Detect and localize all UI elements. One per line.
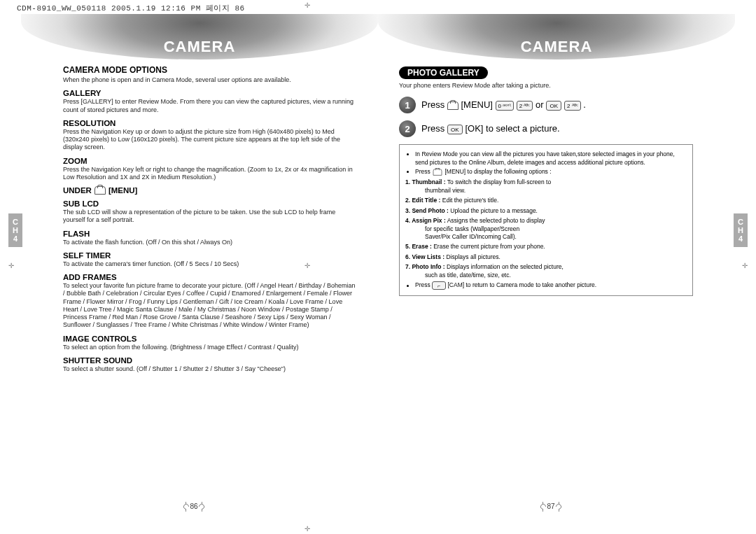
heading-addframes: ADD FRAMES (63, 273, 357, 281)
key-2-icon: 2 ᴬᴮᶜ (564, 101, 581, 111)
e4-text3: Saver/Pix Caller ID/Incoming Call). (405, 233, 687, 241)
resolution-text: Press the Navigation Key up or down to a… (63, 128, 357, 152)
option-2-edit-title: 2. Edit Title : Edit the picture's title… (405, 197, 687, 204)
section-camera-mode-options: CAMERA MODE OPTIONS (63, 65, 357, 75)
e1-label: 1. Thumbnail : (405, 178, 446, 185)
step1-or: or (536, 99, 546, 110)
step-2-text: Press OK [OK] to select a picture. (421, 123, 560, 134)
sublcd-text: The sub LCD will show a representation o… (63, 209, 357, 225)
e1-text: To switch the display from full-screen t… (446, 178, 552, 185)
heading-shuttersound: SHUTTER SOUND (63, 356, 357, 365)
selftimer-text: To activate the camera's timer function.… (63, 260, 357, 268)
chapter-tab-c: C (734, 218, 748, 226)
softkey-right-icon: ⌐ (432, 281, 446, 290)
key-ok-icon: OK (447, 125, 463, 134)
e5-label: 5. Erase : (405, 243, 432, 250)
e2-text: Edit the picture's title. (440, 197, 498, 204)
chapter-tab-c: C (8, 218, 22, 226)
option-1-thumbnail: 1. Thumbnail : To switch the display fro… (405, 178, 687, 195)
e1-text2: thumbnail view. (405, 187, 687, 195)
crop-mark-icon: ✛ (8, 262, 14, 269)
b3-post: [CAM] to return to Camera mode to take a… (447, 282, 596, 289)
box-return-cam: Press ⌐ [CAM] to return to Camera mode t… (415, 281, 687, 290)
softkey-icon (433, 169, 442, 176)
imagecontrols-text: To select an option from the following. … (63, 344, 357, 351)
step-number-icon: 2 (399, 120, 416, 137)
b2-pre: Press (415, 168, 432, 175)
chapter-tab-h: H (8, 226, 22, 234)
step-1: 1 Press [MENU] 0 ⁿᵉˣᵗ 2 ᴬᴮᶜ or OK 2 ᴬᴮᶜ … (399, 97, 693, 113)
b2-post: [MENU] to display the following options … (444, 168, 551, 175)
e6-label: 6. View Lists : (405, 253, 444, 260)
e7-text2: such as title, date/time, size, etc. (405, 272, 687, 279)
option-6-view-lists: 6. View Lists : Displays all pictures. (405, 253, 687, 261)
page-banner: CAMERA (378, 14, 735, 59)
gallery-intro: Your phone enters Review Mode after taki… (399, 82, 693, 90)
heading-selftimer: SELF TIMER (63, 251, 357, 260)
crop-mark-icon: ✛ (304, 1, 310, 9)
under-pre: UNDER (63, 186, 92, 195)
intro-text: When the phone is open and in Camera Mod… (63, 76, 357, 84)
heading-imagecontrols: IMAGE CONTROLS (63, 335, 357, 343)
e5-text: Erase the current picture from your phon… (432, 243, 545, 250)
option-5-erase: 5. Erase : Erase the current picture fro… (405, 243, 687, 251)
chapter-tab-h: H (734, 226, 748, 234)
softkey-icon (447, 101, 458, 110)
banner-title: CAMERA (378, 14, 735, 56)
option-7-photo-info: 7. Photo Info : Displays information on … (405, 263, 687, 279)
step1-menu: [MENU] (461, 99, 495, 110)
photo-gallery-badge: PHOTO GALLERY (399, 66, 488, 79)
option-3-send-photo: 3. Send Photo : Upload the picture to a … (405, 207, 687, 215)
step-2: 2 Press OK [OK] to select a picture. (399, 120, 693, 137)
softkey-icon (94, 186, 106, 195)
step-1-text: Press [MENU] 0 ⁿᵉˣᵗ 2 ᴬᴮᶜ or OK 2 ᴬᴮᶜ . (421, 99, 586, 111)
chapter-tab: C H 4 (8, 213, 22, 247)
e6-text: Displays all pictures. (444, 253, 500, 260)
box-menu-line: Press [MENU] to display the following op… (415, 168, 687, 176)
gallery-text: Press [GALLERY] to enter Review Mode. Fr… (63, 98, 357, 114)
heading-resolution: RESOLUTION (63, 119, 357, 127)
e4-label: 4. Assign Pix : (405, 217, 446, 224)
chapter-tab-num: 4 (8, 234, 22, 243)
step1-press: Press (421, 99, 447, 110)
step-number-icon: 1 (399, 97, 416, 113)
flash-text: To activate the flash function. (Off / O… (63, 239, 357, 246)
heading-zoom: ZOOM (63, 157, 357, 165)
e7-text: Displays information on the selected pic… (445, 263, 564, 270)
crop-mark-icon: ✛ (742, 262, 748, 269)
e7-label: 7. Photo Info : (405, 263, 445, 270)
page-left: CAMERA C H 4 CAMERA MODE OPTIONS When th… (21, 14, 378, 520)
heading-sublcd: SUB LCD (63, 199, 357, 208)
file-header-meta: CDM-8910_WW_050118 2005.1.19 12:16 PM 페이… (17, 3, 245, 13)
page-number-left: 86 (186, 502, 202, 512)
chapter-tab: C H 4 (734, 213, 748, 247)
e4-text2: for specific tasks (Wallpaper/Screen (405, 225, 687, 233)
zoom-text: Press the Navigation Key left or right t… (63, 166, 357, 182)
crop-mark-icon: ✛ (304, 525, 310, 533)
key-ok-icon: OK (546, 101, 561, 111)
key-2-icon: 2 ᴬᴮᶜ (517, 101, 533, 111)
chapter-tab-num: 4 (734, 234, 748, 243)
page-right: CAMERA C H 4 PHOTO GALLERY Your phone en… (378, 14, 735, 520)
option-4-assign-pix: 4. Assign Pix : Assigns the selected pho… (405, 217, 687, 241)
review-mode-box: In Review Mode you can view all the pict… (399, 144, 693, 296)
key-0-icon: 0 ⁿᵉˣᵗ (496, 101, 514, 111)
heading-under-menu: UNDER [MENU] (63, 186, 357, 195)
addframes-text: To select your favorite fun picture fram… (63, 282, 357, 330)
heading-gallery: GALLERY (63, 89, 357, 97)
e2-label: 2. Edit Title : (405, 197, 440, 204)
e3-label: 3. Send Photo : (405, 207, 449, 214)
b3-pre: Press (415, 282, 432, 289)
heading-flash: FLASH (63, 230, 357, 238)
page-banner: CAMERA (21, 14, 378, 59)
e3-text: Upload the picture to a message. (449, 207, 538, 214)
page-number-right: 87 (542, 502, 559, 512)
e4-text: Assigns the selected photo to display (446, 217, 545, 224)
step1-dot: . (583, 99, 586, 110)
under-post: [MENU] (108, 186, 138, 195)
shuttersound-text: To select a shutter sound. (Off / Shutte… (63, 365, 357, 373)
left-content: CAMERA MODE OPTIONS When the phone is op… (34, 65, 365, 373)
right-content: PHOTO GALLERY Your phone enters Review M… (391, 65, 722, 296)
box-intro: In Review Mode you can view all the pict… (415, 150, 687, 167)
banner-title: CAMERA (21, 14, 378, 56)
